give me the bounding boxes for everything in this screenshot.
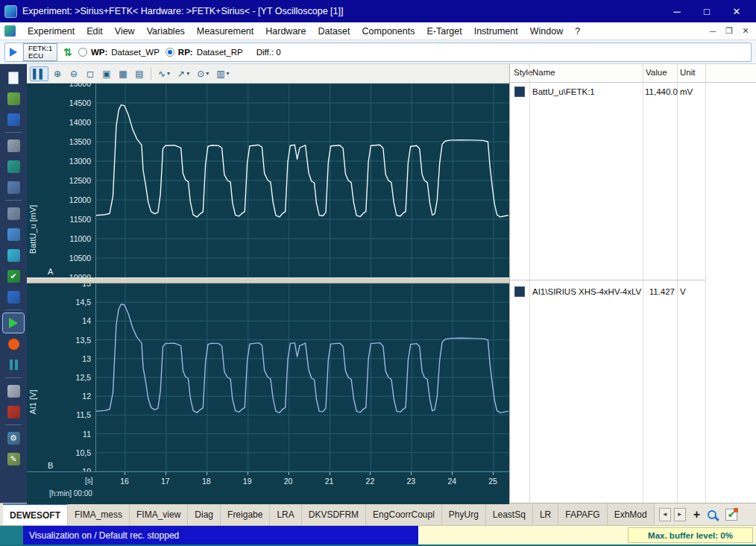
add-tab-button[interactable]: + bbox=[689, 508, 705, 521]
tab-scroll-right-button[interactable]: ► bbox=[674, 508, 686, 521]
experiment-view-button[interactable] bbox=[3, 245, 24, 265]
menu-item-view[interactable]: View bbox=[109, 24, 141, 39]
menu-item-components[interactable]: Components bbox=[356, 24, 421, 39]
x-tick-label: 22 bbox=[366, 477, 375, 486]
toolbar-separator bbox=[5, 424, 22, 425]
menu-item-window[interactable]: Window bbox=[524, 24, 569, 39]
trend-button[interactable]: ↗▾ bbox=[174, 66, 192, 81]
menu-item-measurement[interactable]: Measurement bbox=[191, 24, 259, 39]
save-experiment-button[interactable] bbox=[3, 110, 24, 129]
swap-pages-icon[interactable]: ⇅ bbox=[63, 46, 72, 58]
search-icon[interactable] bbox=[708, 510, 716, 519]
y-tick-label: 12,5 bbox=[76, 373, 91, 382]
start-visualization-button[interactable] bbox=[3, 313, 24, 333]
copy-button[interactable]: ▣ bbox=[99, 66, 114, 81]
mdi-minimize-button[interactable]: ─ bbox=[705, 25, 720, 38]
y-tick-label: 15000 bbox=[69, 84, 91, 88]
device-selector[interactable]: FETK:1 ECU bbox=[23, 43, 57, 61]
close-button[interactable]: ✕ bbox=[722, 1, 752, 22]
maximize-button[interactable]: □ bbox=[692, 1, 722, 22]
zoom-in-button[interactable]: ⊕ bbox=[50, 66, 65, 81]
menu-item-dataset[interactable]: Dataset bbox=[312, 24, 356, 39]
wp-label: WP: bbox=[91, 48, 107, 57]
tab-freigabe[interactable]: Freigabe bbox=[221, 503, 270, 525]
variable-selection-button[interactable] bbox=[3, 204, 24, 223]
tab-engcoorrcoupl[interactable]: EngCoorrCoupl bbox=[366, 503, 442, 525]
tab-fima-mess[interactable]: FIMA_mess bbox=[68, 503, 130, 525]
hardware-config-button[interactable] bbox=[3, 136, 24, 155]
freeze-display-button[interactable]: ▌▌ bbox=[30, 66, 48, 81]
menu-item--[interactable]: ? bbox=[569, 24, 586, 39]
channel-style-swatch[interactable] bbox=[514, 87, 525, 97]
start-recording-button[interactable] bbox=[3, 334, 24, 354]
forward-arrow-icon[interactable] bbox=[10, 48, 17, 57]
header-name[interactable]: Name bbox=[532, 68, 555, 77]
left-toolbar: ✔⚙✎ bbox=[0, 64, 27, 503]
table-row[interactable]: BattU_u\FETK:1 11,440.0 mV bbox=[510, 85, 756, 100]
menu-item-experiment[interactable]: Experiment bbox=[22, 24, 81, 39]
tab-lr[interactable]: LR bbox=[533, 503, 558, 525]
checklist-icon[interactable]: ✔ bbox=[725, 509, 737, 521]
new-experiment-button[interactable] bbox=[3, 68, 24, 87]
minimize-button[interactable]: ─ bbox=[662, 1, 692, 22]
marker-button[interactable] bbox=[3, 402, 24, 421]
y-axis-bottom: AI1 [V] B 1010,51111,51212,51313,51414,5… bbox=[27, 283, 95, 471]
measure-config-button[interactable] bbox=[3, 225, 24, 244]
oscilloscope-plot-top[interactable] bbox=[95, 84, 509, 277]
memory-pages-icon bbox=[7, 181, 20, 194]
menu-item-variables[interactable]: Variables bbox=[141, 24, 191, 39]
menu-item-edit[interactable]: Edit bbox=[81, 24, 109, 39]
open-experiment-button[interactable] bbox=[3, 89, 24, 108]
y-tick-label: 12000 bbox=[69, 195, 91, 204]
save-button[interactable]: ▦ bbox=[116, 66, 130, 81]
rp-radio[interactable] bbox=[166, 48, 174, 57]
tab-dkvsdfrm[interactable]: DKVSDFRM bbox=[302, 503, 366, 525]
fit-view-button[interactable]: ◻ bbox=[83, 66, 98, 81]
x-tick-mark bbox=[248, 472, 248, 475]
memory-pages-button[interactable] bbox=[3, 178, 24, 197]
table-row[interactable]: AI1\SIRIUS XHS-4xHV-4xLV:1 11.427 V bbox=[510, 285, 756, 300]
channel-style-swatch[interactable] bbox=[514, 286, 525, 297]
header-value[interactable]: Value bbox=[646, 68, 667, 77]
dataset-button[interactable] bbox=[3, 287, 24, 307]
header-unit[interactable]: Unit bbox=[680, 68, 695, 77]
mdi-restore-button[interactable]: ❐ bbox=[722, 25, 737, 38]
tab-scroll-left-button[interactable]: ◄ bbox=[659, 508, 671, 521]
check-ok-button[interactable]: ✔ bbox=[3, 266, 24, 286]
tab-diag[interactable]: Diag bbox=[188, 503, 221, 525]
menu-item-hardware[interactable]: Hardware bbox=[259, 24, 312, 39]
tab-fima-view[interactable]: FIMA_view bbox=[130, 503, 188, 525]
print-button[interactable]: ▤ bbox=[132, 66, 147, 81]
search-config-button[interactable]: ⊙▾ bbox=[194, 66, 212, 81]
mdi-close-button[interactable]: ✕ bbox=[738, 25, 753, 38]
diff-value: 0 bbox=[276, 48, 280, 57]
y-tick-label: 12500 bbox=[69, 176, 91, 185]
tab-exhmod[interactable]: ExhMod bbox=[608, 503, 655, 525]
notes-button[interactable]: ✎ bbox=[3, 449, 24, 468]
zoom-out-button[interactable]: ⊖ bbox=[66, 66, 81, 81]
menu-item-e-target[interactable]: E-Target bbox=[420, 24, 467, 39]
wp-radio[interactable] bbox=[78, 48, 87, 57]
clear-icon bbox=[7, 385, 20, 398]
tab-phyurg[interactable]: PhyUrg bbox=[442, 503, 486, 525]
table-header: Style Name Value Unit bbox=[510, 64, 756, 83]
pause-measurement-button[interactable] bbox=[3, 355, 24, 374]
chart-splitter[interactable] bbox=[27, 277, 509, 283]
check-ok-icon: ✔ bbox=[7, 270, 20, 283]
chevron-down-icon: ▾ bbox=[206, 70, 209, 77]
tab-leastsq[interactable]: LeastSq bbox=[486, 503, 533, 525]
tab-dewesoft[interactable]: DEWESOFT bbox=[3, 503, 68, 525]
menu-item-instrument[interactable]: Instrument bbox=[468, 24, 524, 39]
oscilloscope-area: ▌▌⊕⊖◻▣▦▤∿▾↗▾⊙▾▥▾ BattU_u [mV] A 10000105… bbox=[27, 64, 509, 503]
tab-fapafg[interactable]: FAPAFG bbox=[558, 503, 607, 525]
oscilloscope-plot-bottom[interactable] bbox=[95, 283, 509, 471]
search-settings-button[interactable]: ⚙ bbox=[3, 428, 24, 448]
x-tick-label: 20 bbox=[284, 477, 293, 486]
layout-button[interactable]: ▥▾ bbox=[213, 66, 232, 81]
channel-value: 11,440.0 bbox=[645, 87, 675, 96]
tab-lra[interactable]: LRA bbox=[270, 503, 301, 525]
workspace-button[interactable] bbox=[3, 157, 24, 176]
x-tick-label: 18 bbox=[202, 477, 211, 486]
probe-button[interactable]: ∿▾ bbox=[155, 66, 173, 81]
clear-button[interactable] bbox=[3, 381, 24, 401]
